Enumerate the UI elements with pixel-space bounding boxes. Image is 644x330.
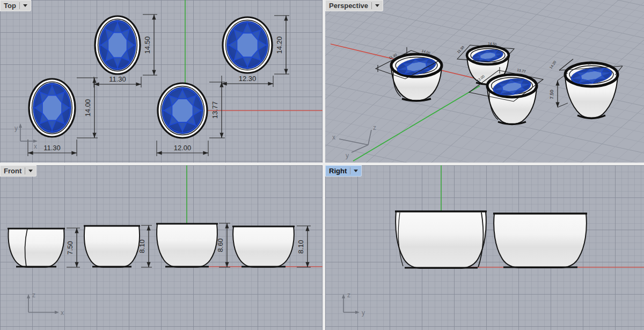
chevron-down-icon[interactable]	[354, 170, 358, 172]
bezel-cup-p4[interactable]	[565, 63, 618, 119]
svg-text:8.10: 8.10	[138, 239, 146, 253]
viewport-right[interactable]: z y Right	[325, 165, 644, 330]
dimension-cup4-height[interactable]: 8.10	[297, 226, 311, 267]
svg-text:8.10: 8.10	[297, 240, 305, 253]
chevron-down-icon[interactable]	[375, 4, 379, 7]
axis-label-y: y	[362, 309, 365, 317]
axis-label-y: y	[346, 152, 349, 159]
viewport-title-top: Top	[4, 0, 16, 11]
dimension-gem1-height[interactable]: 14.50	[143, 14, 157, 75]
svg-text:14.20: 14.20	[548, 60, 557, 70]
axis-icon-front: z x	[27, 291, 64, 317]
axis-label-x: x	[332, 134, 335, 141]
axis-label-z: z	[373, 124, 376, 131]
svg-text:13.77: 13.77	[517, 68, 526, 73]
bezel-cup-front-4[interactable]	[232, 226, 295, 267]
svg-text:12.30: 12.30	[239, 75, 257, 83]
dimension-gem3-height[interactable]: 14.00	[77, 78, 98, 138]
axis-label-y: y	[14, 124, 18, 132]
axis-label-z: z	[32, 291, 35, 299]
axis-label-x: x	[34, 143, 37, 150]
svg-text:12.30: 12.30	[587, 61, 596, 65]
svg-text:11.30: 11.30	[109, 75, 126, 83]
tab-separator	[25, 167, 25, 174]
dimension-gem4-width[interactable]: 12.00	[157, 141, 208, 156]
viewport-title-perspective: Perspective	[329, 0, 368, 11]
axis-label-z: z	[347, 291, 350, 299]
viewport-front[interactable]: 7.50 8.10 8.60 8.10	[0, 165, 323, 330]
svg-text:7.50: 7.50	[66, 241, 74, 254]
viewport-tab-perspective[interactable]: Perspective	[325, 0, 383, 11]
dimension-gem2-height[interactable]: 14.20	[274, 16, 289, 74]
cad-workspace: 14.50 11.30 14.20 12.30	[0, 0, 644, 330]
axis-label-x: x	[61, 309, 64, 317]
dimension-cup1-height[interactable]: 7.50	[66, 228, 80, 267]
bezel-cup-p1[interactable]	[391, 54, 442, 101]
axis-icon-right: z y	[342, 291, 365, 317]
viewport-perspective[interactable]: 11.30 14.00 11.30 14.50 12.00 13.77 12.3…	[325, 0, 644, 163]
viewport-top[interactable]: 14.50 11.30 14.20 12.30	[0, 0, 323, 163]
bezel-cup-front-3[interactable]	[156, 224, 218, 267]
viewport-title-front: Front	[4, 165, 21, 177]
svg-text:14.50: 14.50	[143, 36, 151, 54]
svg-text:13.77: 13.77	[211, 101, 219, 119]
bezel-cup-front-1[interactable]	[8, 229, 65, 267]
chevron-down-icon[interactable]	[28, 170, 33, 172]
viewport-title-right: Right	[329, 165, 347, 177]
dimension-gem2-width[interactable]: 12.30	[222, 75, 273, 87]
svg-text:11.30: 11.30	[456, 45, 465, 54]
gem-oval-3[interactable]	[29, 79, 75, 137]
svg-text:7.50: 7.50	[549, 90, 554, 99]
viewport-tab-right[interactable]: Right	[325, 165, 362, 177]
axis-icon-perspective: z x y	[332, 124, 376, 159]
tab-separator	[19, 2, 20, 9]
dimension-cup2-height[interactable]: 8.10	[138, 225, 152, 267]
dimension-cup3-height[interactable]: 8.60	[216, 223, 230, 267]
gem-oval-2[interactable]	[223, 17, 272, 73]
bezel-cup-front-2[interactable]	[84, 226, 140, 267]
viewport-tab-top[interactable]: Top	[0, 0, 31, 11]
chevron-down-icon[interactable]	[23, 4, 27, 7]
svg-text:11.30: 11.30	[43, 144, 61, 152]
svg-text:14.50: 14.50	[488, 41, 497, 46]
bezel-cup-right-2[interactable]	[493, 214, 587, 268]
dimension-gem4-height[interactable]: 13.77	[209, 82, 225, 138]
tab-separator	[371, 2, 372, 9]
bezel-cup-right-1[interactable]	[395, 211, 487, 268]
dimension-gem1-width[interactable]: 11.30	[94, 75, 141, 87]
viewport-tab-front[interactable]: Front	[0, 165, 36, 177]
svg-text:14.20: 14.20	[275, 36, 283, 54]
svg-text:8.60: 8.60	[216, 238, 224, 252]
svg-text:14.00: 14.00	[84, 99, 92, 117]
gem-oval-1[interactable]	[95, 16, 140, 74]
bezel-cup-p3[interactable]	[487, 75, 537, 124]
svg-text:12.00: 12.00	[174, 144, 192, 152]
tab-separator	[350, 167, 350, 174]
gem-oval-4[interactable]	[158, 83, 207, 138]
